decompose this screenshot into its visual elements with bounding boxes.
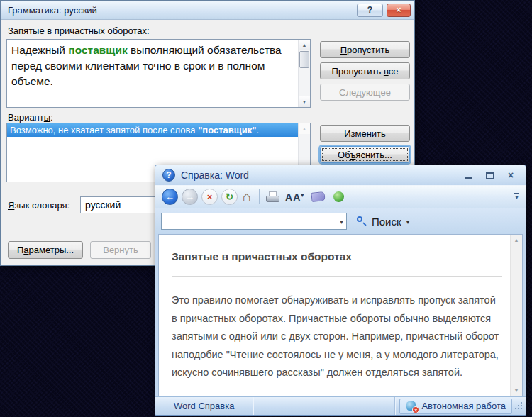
- connection-status-button[interactable]: [333, 191, 344, 202]
- help-app-icon: ?: [162, 169, 175, 182]
- statusbar-spacer: [253, 397, 395, 415]
- ignore-button[interactable]: Пропустить: [320, 41, 410, 58]
- scrollbar-thumb[interactable]: [299, 51, 309, 68]
- resize-grip[interactable]: [514, 401, 524, 411]
- scroll-down-icon[interactable]: ▼: [511, 385, 522, 396]
- question-icon: ?: [367, 5, 372, 15]
- suggestions-label: Варианты:: [8, 112, 53, 123]
- chevron-down-icon: ▾: [301, 192, 304, 199]
- close-icon: ×: [508, 170, 514, 180]
- grammar-dialog-titlebar[interactable]: Грамматика: русский ? ×: [1, 1, 414, 20]
- sentence-scrollbar[interactable]: ▲ ▼: [298, 40, 310, 107]
- explain-button[interactable]: Объяснить...: [320, 146, 410, 163]
- font-size-icon: AA: [285, 191, 301, 203]
- print-button[interactable]: [266, 191, 279, 202]
- back-button[interactable]: ←: [162, 189, 178, 205]
- statusbar-source-label: Word Справка: [155, 397, 253, 415]
- next-sentence-button: Следующее: [320, 84, 410, 101]
- language-label: Язык словаря:: [8, 200, 70, 211]
- sentence-textbox[interactable]: Надежный поставщик выполняющий обязатель…: [6, 39, 311, 108]
- help-content-pane: Запятые в причастных оборотах Это правил…: [158, 234, 523, 396]
- scroll-up-icon[interactable]: ▲: [299, 40, 310, 50]
- error-type-label: Запятые в причастных оборотах:: [8, 26, 150, 36]
- help-article-body: Это правило помогает обнаруживать и испр…: [172, 291, 504, 382]
- help-statusbar: Word Справка × Автономная работа: [155, 396, 526, 415]
- toolbar-separator: [259, 189, 260, 204]
- minimize-icon: [465, 177, 472, 179]
- change-button[interactable]: Изменить: [320, 125, 410, 142]
- refresh-icon: ↻: [226, 191, 233, 202]
- chevron-down-icon[interactable]: ▾: [406, 218, 410, 226]
- dialog-close-button[interactable]: ×: [387, 4, 411, 17]
- suggestion-item-selected[interactable]: Возможно, не хватает запятой после слова…: [7, 123, 298, 137]
- offline-status-label: Автономная работа: [421, 401, 506, 411]
- offline-status-button[interactable]: × Автономная работа: [399, 399, 512, 414]
- table-of-contents-button[interactable]: [311, 191, 326, 202]
- grammar-dialog-title: Грамматика: русский: [8, 5, 357, 16]
- close-icon: ×: [396, 5, 401, 15]
- back-icon: ←: [165, 191, 174, 202]
- divider: [172, 276, 502, 277]
- offline-globe-icon: ×: [406, 401, 416, 411]
- help-window: ? Справка: Word × ← → × ↻ ⌂ AA▾ ▾ ▾: [155, 165, 526, 416]
- minimize-button[interactable]: [460, 169, 476, 182]
- toolbar-overflow-button[interactable]: ▾: [514, 193, 519, 201]
- scroll-up-icon[interactable]: ▲: [511, 235, 522, 245]
- ignore-all-button[interactable]: Пропустить все: [320, 62, 410, 79]
- maximize-icon: [486, 172, 494, 179]
- desktop-background: Грамматика: русский ? × Запятые в причас…: [0, 0, 532, 417]
- maximize-button[interactable]: [482, 169, 497, 182]
- refresh-button[interactable]: ↻: [221, 189, 238, 205]
- chevron-down-icon: ▾: [515, 195, 518, 201]
- stop-button[interactable]: ×: [201, 189, 218, 205]
- chevron-down-icon[interactable]: ▾: [340, 218, 343, 226]
- language-value: русский: [85, 199, 121, 211]
- help-titlebar[interactable]: ? Справка: Word ×: [155, 165, 526, 185]
- scroll-down-icon[interactable]: ▼: [299, 96, 310, 107]
- options-button[interactable]: Параметры...: [8, 241, 83, 259]
- help-content-scrollbar[interactable]: ▲ ▼: [510, 235, 522, 396]
- dialog-help-button[interactable]: ?: [357, 4, 383, 17]
- search-input[interactable]: [165, 216, 340, 227]
- search-button-label: Поиск: [372, 216, 401, 228]
- forward-icon: →: [185, 191, 194, 202]
- search-icon: [357, 216, 367, 226]
- help-window-title: Справка: Word: [181, 169, 455, 181]
- font-size-button[interactable]: AA▾: [285, 191, 304, 203]
- help-article-title: Запятые в причастных оборотах: [172, 250, 352, 263]
- forward-button[interactable]: →: [182, 189, 198, 205]
- home-button[interactable]: ⌂: [243, 189, 251, 205]
- stop-icon: ×: [207, 191, 213, 202]
- help-toolbar: ← → × ↻ ⌂ AA▾ ▾: [155, 185, 526, 208]
- scroll-up-icon[interactable]: ▲: [299, 123, 310, 134]
- help-search-row: ▾ Поиск ▾: [155, 208, 526, 234]
- close-button[interactable]: ×: [503, 169, 519, 182]
- home-icon: ⌂: [243, 189, 251, 204]
- search-button[interactable]: Поиск ▾: [357, 216, 410, 228]
- search-combobox[interactable]: ▾: [161, 213, 347, 230]
- undo-button: Вернуть: [90, 241, 151, 259]
- flagged-word: поставщик: [68, 44, 127, 56]
- sentence-text: Надежный: [11, 44, 68, 56]
